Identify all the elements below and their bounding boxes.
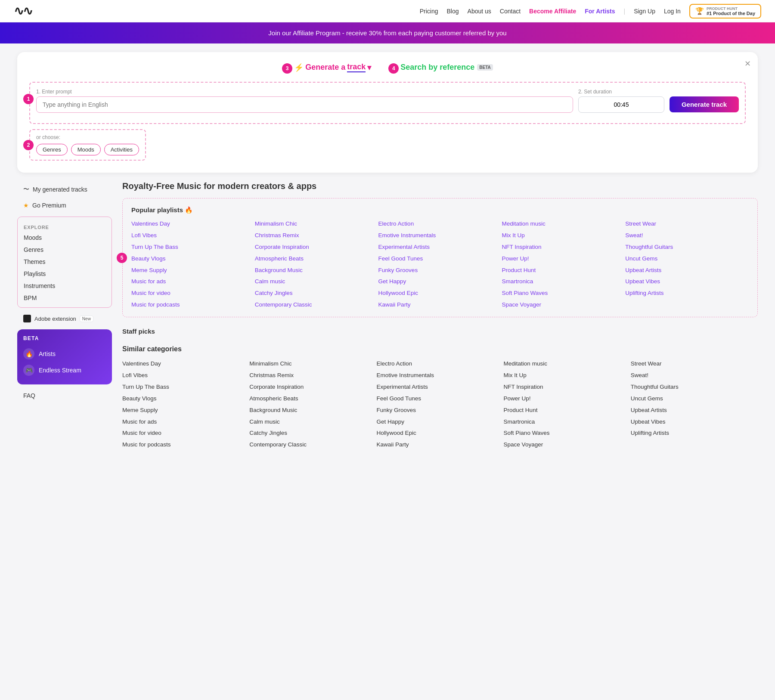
playlist-kawaii[interactable]: Kawaii Party	[378, 301, 502, 309]
playlist-uncut[interactable]: Uncut Gems	[625, 255, 749, 263]
nav-affiliate[interactable]: Become Affiliate	[529, 8, 576, 15]
playlist-powerup[interactable]: Power Up!	[502, 255, 625, 263]
prompt-input[interactable]	[36, 96, 573, 113]
activities-chip[interactable]: Activities	[104, 144, 139, 155]
artists-item[interactable]: 🔥 Artists	[23, 346, 106, 362]
playlist-minimalism[interactable]: Minimalism Chic	[255, 220, 378, 228]
similar-corporate[interactable]: Corporate Inspiration	[249, 383, 376, 391]
playlist-hollywood[interactable]: Hollywood Epic	[378, 289, 502, 297]
similar-smartronica[interactable]: Smartronica	[504, 418, 631, 426]
similar-streetwear[interactable]: Street Wear	[631, 360, 758, 368]
similar-experimental[interactable]: Experimental Artists	[376, 383, 503, 391]
similar-uplifting[interactable]: Uplifting Artists	[631, 429, 758, 437]
generate-button[interactable]: Generate track	[670, 96, 739, 112]
similar-atmospheric[interactable]: Atmospheric Beats	[249, 395, 376, 403]
similar-musicpodcasts[interactable]: Music for podcasts	[122, 441, 249, 449]
moods-chip[interactable]: Moods	[71, 144, 101, 155]
playlist-thoughtful[interactable]: Thoughtful Guitars	[625, 243, 749, 251]
nav-pricing[interactable]: Pricing	[420, 8, 438, 15]
playlist-emotive[interactable]: Emotive Instrumentals	[378, 232, 502, 240]
playlist-sweat[interactable]: Sweat!	[625, 232, 749, 240]
similar-turnup[interactable]: Turn Up The Bass	[122, 383, 249, 391]
playlist-atmospheric[interactable]: Atmospheric Beats	[255, 255, 378, 263]
playlist-smartronica[interactable]: Smartronica	[502, 278, 625, 286]
playlist-mixitup[interactable]: Mix It Up	[502, 232, 625, 240]
my-tracks-item[interactable]: 〜 My generated tracks	[17, 181, 112, 198]
similar-hollywood[interactable]: Hollywood Epic	[376, 429, 503, 437]
similar-minimalism[interactable]: Minimalism Chic	[249, 360, 376, 368]
endless-stream-item[interactable]: 🎮 Endless Stream	[23, 362, 106, 378]
similar-lofi[interactable]: Lofi Vibes	[122, 372, 249, 380]
playlist-gethappy[interactable]: Get Happy	[378, 278, 502, 286]
similar-gethappy[interactable]: Get Happy	[376, 418, 503, 426]
similar-beauty[interactable]: Beauty Vlogs	[122, 395, 249, 403]
product-hunt-badge[interactable]: 🏆 PRODUCT HUNT #1 Product of the Day	[689, 4, 761, 19]
playlist-softpiano[interactable]: Soft Piano Waves	[502, 289, 625, 297]
similar-funky[interactable]: Funky Grooves	[376, 406, 503, 415]
close-button[interactable]: ✕	[744, 59, 751, 68]
sidebar-themes[interactable]: Themes	[18, 256, 112, 268]
playlist-turnup[interactable]: Turn Up The Bass	[131, 243, 255, 251]
nav-signup[interactable]: Sign Up	[634, 8, 655, 15]
playlist-calm[interactable]: Calm music	[255, 278, 378, 286]
playlist-uplifting[interactable]: Uplifting Artists	[625, 289, 749, 297]
playlist-valentines[interactable]: Valentines Day	[131, 220, 255, 228]
nav-contact[interactable]: Contact	[500, 8, 521, 15]
similar-mixitup[interactable]: Mix It Up	[504, 372, 631, 380]
search-tab[interactable]: Search by reference BETA	[400, 63, 493, 74]
sidebar-genres[interactable]: Genres	[18, 244, 112, 256]
playlist-producthunt[interactable]: Product Hunt	[502, 266, 625, 275]
duration-input[interactable]	[578, 96, 664, 113]
similar-meme[interactable]: Meme Supply	[122, 406, 249, 415]
faq-item[interactable]: FAQ	[17, 388, 112, 403]
similar-contemporary[interactable]: Contemporary Classic	[249, 441, 376, 449]
playlist-corporate[interactable]: Corporate Inspiration	[255, 243, 378, 251]
similar-softpiano[interactable]: Soft Piano Waves	[504, 429, 631, 437]
playlist-beauty[interactable]: Beauty Vlogs	[131, 255, 255, 263]
playlist-musicads[interactable]: Music for ads	[131, 278, 255, 286]
similar-kawaii[interactable]: Kawaii Party	[376, 441, 503, 449]
playlist-streetwear[interactable]: Street Wear	[625, 220, 749, 228]
nav-artists[interactable]: For Artists	[585, 8, 615, 15]
similar-musicads[interactable]: Music for ads	[122, 418, 249, 426]
similar-calm[interactable]: Calm music	[249, 418, 376, 426]
similar-thoughtful[interactable]: Thoughtful Guitars	[631, 383, 758, 391]
logo[interactable]: ∿∿	[14, 4, 32, 18]
similar-meditation[interactable]: Meditation music	[504, 360, 631, 368]
similar-catchy[interactable]: Catchy Jingles	[249, 429, 376, 437]
similar-feelgood[interactable]: Feel Good Tunes	[376, 395, 503, 403]
nav-login[interactable]: Log In	[664, 8, 681, 15]
playlist-funky[interactable]: Funky Grooves	[378, 266, 502, 275]
playlist-upbeatvibes[interactable]: Upbeat Vibes	[625, 278, 749, 286]
playlist-meme[interactable]: Meme Supply	[131, 266, 255, 275]
similar-space[interactable]: Space Voyager	[504, 441, 631, 449]
playlist-lofi[interactable]: Lofi Vibes	[131, 232, 255, 240]
affiliate-banner[interactable]: Join our Affiliate Program - receive 30%…	[0, 22, 775, 43]
playlist-christmas[interactable]: Christmas Remix	[255, 232, 378, 240]
playlist-background[interactable]: Background Music	[255, 266, 378, 275]
sidebar-instruments[interactable]: Instruments	[18, 280, 112, 292]
similar-upbeatvibes[interactable]: Upbeat Vibes	[631, 418, 758, 426]
playlist-upbeat[interactable]: Upbeat Artists	[625, 266, 749, 275]
similar-nft[interactable]: NFT Inspiration	[504, 383, 631, 391]
playlist-musicvideo[interactable]: Music for video	[131, 289, 255, 297]
playlist-catchy[interactable]: Catchy Jingles	[255, 289, 378, 297]
sidebar-playlists[interactable]: Playlists	[18, 268, 112, 280]
playlist-musicpodcasts[interactable]: Music for podcasts	[131, 301, 255, 309]
similar-upbeat[interactable]: Upbeat Artists	[631, 406, 758, 415]
playlist-contemporary[interactable]: Contemporary Classic	[255, 301, 378, 309]
playlist-experimental[interactable]: Experimental Artists	[378, 243, 502, 251]
playlist-nft[interactable]: NFT Inspiration	[502, 243, 625, 251]
similar-musicvideo[interactable]: Music for video	[122, 429, 249, 437]
playlist-space[interactable]: Space Voyager	[502, 301, 625, 309]
genres-chip[interactable]: Genres	[36, 144, 68, 155]
sidebar-moods[interactable]: Moods	[18, 232, 112, 244]
similar-uncut[interactable]: Uncut Gems	[631, 395, 758, 403]
similar-emotive[interactable]: Emotive Instrumentals	[376, 372, 503, 380]
adobe-extension[interactable]: Adobe extension New	[17, 311, 112, 326]
similar-sweat[interactable]: Sweat!	[631, 372, 758, 380]
nav-blog[interactable]: Blog	[447, 8, 459, 15]
playlist-electro[interactable]: Electro Action	[378, 220, 502, 228]
similar-electro[interactable]: Electro Action	[376, 360, 503, 368]
sidebar-bpm[interactable]: BPM	[18, 292, 112, 304]
